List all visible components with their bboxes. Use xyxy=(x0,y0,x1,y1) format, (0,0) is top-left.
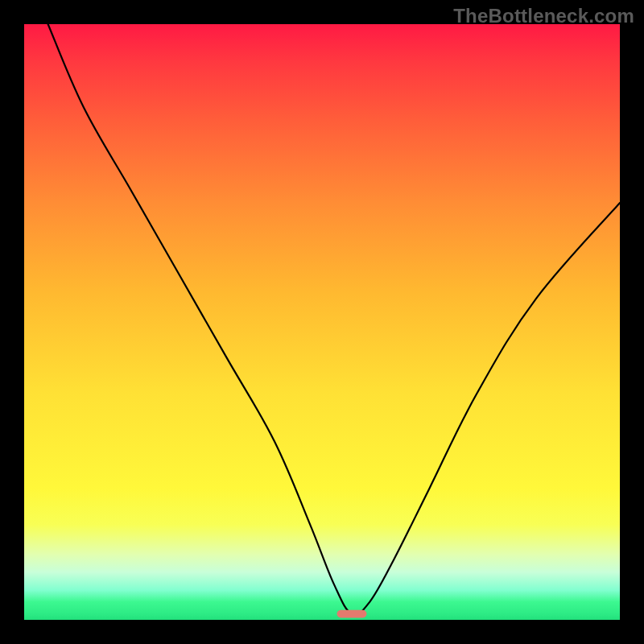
bottleneck-curve-svg xyxy=(24,24,620,620)
watermark-text: TheBottleneck.com xyxy=(453,5,634,27)
chart-plot-area xyxy=(24,24,620,620)
bottleneck-curve-path xyxy=(48,24,620,615)
optimal-point-marker xyxy=(337,610,367,618)
